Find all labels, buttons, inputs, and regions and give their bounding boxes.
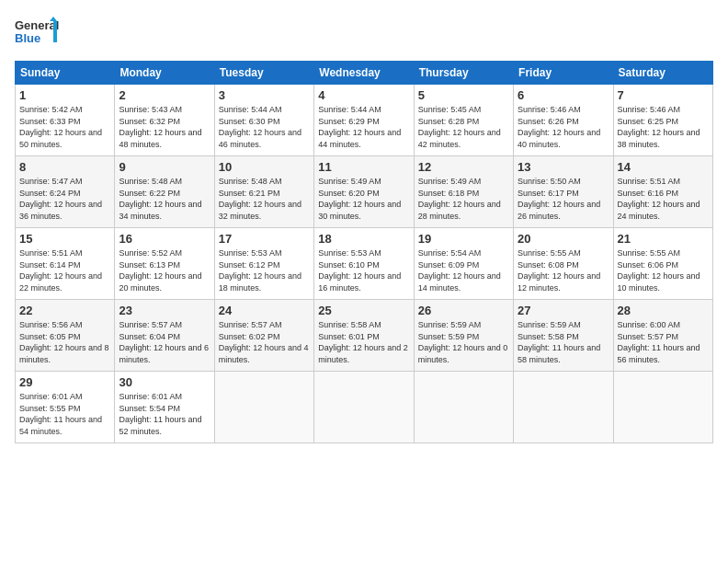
cell-info: Sunrise: 6:01 AMSunset: 5:55 PMDaylight:…: [19, 391, 110, 437]
day-number: 8: [19, 160, 110, 174]
header: General Blue: [15, 15, 713, 52]
calendar-cell: 28Sunrise: 6:00 AMSunset: 5:57 PMDayligh…: [613, 300, 712, 372]
day-number: 18: [318, 232, 409, 246]
logo: General Blue: [15, 15, 61, 52]
calendar-cell: 23Sunrise: 5:57 AMSunset: 6:04 PMDayligh…: [115, 300, 214, 372]
calendar-cell: 9Sunrise: 5:48 AMSunset: 6:22 PMDaylight…: [115, 156, 214, 228]
cell-info: Sunrise: 5:46 AMSunset: 6:25 PMDaylight:…: [618, 104, 709, 150]
day-number: 2: [119, 88, 210, 102]
cell-info: Sunrise: 5:56 AMSunset: 6:05 PMDaylight:…: [19, 319, 110, 365]
calendar-cell: 5Sunrise: 5:45 AMSunset: 6:28 PMDaylight…: [414, 85, 513, 156]
calendar-cell: [314, 372, 414, 443]
cell-info: Sunrise: 5:46 AMSunset: 6:26 PMDaylight:…: [518, 104, 609, 150]
calendar-cell: 27Sunrise: 5:59 AMSunset: 5:58 PMDayligh…: [514, 300, 613, 372]
calendar-cell: [613, 372, 712, 443]
calendar-cell: 10Sunrise: 5:48 AMSunset: 6:21 PMDayligh…: [214, 156, 313, 228]
day-number: 27: [518, 304, 609, 317]
day-header: Thursday: [414, 62, 513, 85]
day-header: Tuesday: [214, 62, 313, 85]
calendar-cell: 26Sunrise: 5:59 AMSunset: 5:59 PMDayligh…: [414, 300, 513, 372]
calendar-cell: [214, 372, 313, 443]
cell-info: Sunrise: 5:58 AMSunset: 6:01 PMDaylight:…: [318, 319, 409, 365]
day-number: 22: [19, 304, 110, 317]
cell-info: Sunrise: 5:48 AMSunset: 6:22 PMDaylight:…: [119, 176, 210, 222]
day-number: 28: [618, 304, 709, 317]
cell-info: Sunrise: 5:54 AMSunset: 6:09 PMDaylight:…: [418, 247, 509, 293]
day-number: 15: [19, 232, 110, 246]
day-header: Saturday: [613, 62, 712, 85]
day-number: 11: [318, 160, 409, 174]
day-number: 20: [518, 232, 609, 246]
cell-info: Sunrise: 5:44 AMSunset: 6:29 PMDaylight:…: [318, 104, 409, 150]
day-number: 25: [318, 304, 409, 317]
cell-info: Sunrise: 5:55 AMSunset: 6:08 PMDaylight:…: [518, 247, 609, 293]
day-number: 1: [19, 88, 110, 102]
calendar-cell: 19Sunrise: 5:54 AMSunset: 6:09 PMDayligh…: [414, 228, 513, 300]
calendar-cell: 15Sunrise: 5:51 AMSunset: 6:14 PMDayligh…: [16, 228, 115, 300]
cell-info: Sunrise: 6:00 AMSunset: 5:57 PMDaylight:…: [618, 319, 709, 365]
calendar-cell: 12Sunrise: 5:49 AMSunset: 6:18 PMDayligh…: [414, 156, 513, 228]
day-number: 30: [119, 375, 210, 389]
calendar-week-row: 29Sunrise: 6:01 AMSunset: 5:55 PMDayligh…: [16, 372, 713, 443]
calendar-cell: 13Sunrise: 5:50 AMSunset: 6:17 PMDayligh…: [514, 156, 613, 228]
cell-info: Sunrise: 5:51 AMSunset: 6:16 PMDaylight:…: [618, 176, 709, 222]
calendar-cell: 25Sunrise: 5:58 AMSunset: 6:01 PMDayligh…: [314, 300, 414, 372]
calendar-cell: 3Sunrise: 5:44 AMSunset: 6:30 PMDaylight…: [214, 85, 313, 156]
calendar-cell: 14Sunrise: 5:51 AMSunset: 6:16 PMDayligh…: [613, 156, 712, 228]
day-number: 9: [119, 160, 210, 174]
calendar-cell: 7Sunrise: 5:46 AMSunset: 6:25 PMDaylight…: [613, 85, 712, 156]
calendar-cell: 29Sunrise: 6:01 AMSunset: 5:55 PMDayligh…: [16, 372, 115, 443]
day-number: 4: [318, 88, 409, 102]
day-number: 29: [19, 375, 110, 389]
cell-info: Sunrise: 5:47 AMSunset: 6:24 PMDaylight:…: [19, 176, 110, 222]
day-number: 10: [219, 160, 310, 174]
day-header: Sunday: [16, 62, 115, 85]
day-number: 3: [219, 88, 310, 102]
calendar-cell: [414, 372, 513, 443]
cell-info: Sunrise: 5:57 AMSunset: 6:04 PMDaylight:…: [119, 319, 210, 365]
day-number: 5: [418, 88, 509, 102]
calendar-cell: 4Sunrise: 5:44 AMSunset: 6:29 PMDaylight…: [314, 85, 414, 156]
calendar-table: SundayMondayTuesdayWednesdayThursdayFrid…: [15, 61, 713, 443]
cell-info: Sunrise: 5:45 AMSunset: 6:28 PMDaylight:…: [418, 104, 509, 150]
calendar-cell: 1Sunrise: 5:42 AMSunset: 6:33 PMDaylight…: [16, 85, 115, 156]
calendar-cell: 16Sunrise: 5:52 AMSunset: 6:13 PMDayligh…: [115, 228, 214, 300]
cell-info: Sunrise: 5:44 AMSunset: 6:30 PMDaylight:…: [219, 104, 310, 150]
day-number: 12: [418, 160, 509, 174]
calendar-cell: 22Sunrise: 5:56 AMSunset: 6:05 PMDayligh…: [16, 300, 115, 372]
calendar-cell: 30Sunrise: 6:01 AMSunset: 5:54 PMDayligh…: [115, 372, 214, 443]
calendar-cell: [514, 372, 613, 443]
day-number: 14: [618, 160, 709, 174]
cell-info: Sunrise: 5:59 AMSunset: 5:58 PMDaylight:…: [518, 319, 609, 365]
cell-info: Sunrise: 5:57 AMSunset: 6:02 PMDaylight:…: [219, 319, 310, 365]
cell-info: Sunrise: 5:42 AMSunset: 6:33 PMDaylight:…: [19, 104, 110, 150]
day-number: 13: [518, 160, 609, 174]
day-number: 17: [219, 232, 310, 246]
cell-info: Sunrise: 5:51 AMSunset: 6:14 PMDaylight:…: [19, 247, 110, 293]
day-number: 6: [518, 88, 609, 102]
cell-info: Sunrise: 5:49 AMSunset: 6:18 PMDaylight:…: [418, 176, 509, 222]
cell-info: Sunrise: 5:43 AMSunset: 6:32 PMDaylight:…: [119, 104, 210, 150]
svg-text:Blue: Blue: [15, 31, 40, 45]
day-number: 26: [418, 304, 509, 317]
day-header: Wednesday: [314, 62, 414, 85]
day-number: 23: [119, 304, 210, 317]
day-number: 16: [119, 232, 210, 246]
cell-info: Sunrise: 5:53 AMSunset: 6:10 PMDaylight:…: [318, 247, 409, 293]
day-number: 24: [219, 304, 310, 317]
day-number: 21: [618, 232, 709, 246]
day-header: Monday: [115, 62, 214, 85]
calendar-week-row: 22Sunrise: 5:56 AMSunset: 6:05 PMDayligh…: [16, 300, 713, 372]
calendar-week-row: 8Sunrise: 5:47 AMSunset: 6:24 PMDaylight…: [16, 156, 713, 228]
day-number: 7: [618, 88, 709, 102]
calendar-cell: 17Sunrise: 5:53 AMSunset: 6:12 PMDayligh…: [214, 228, 313, 300]
calendar-container: General Blue SundayMondayTuesdayWednesda…: [0, 0, 728, 451]
calendar-cell: 11Sunrise: 5:49 AMSunset: 6:20 PMDayligh…: [314, 156, 414, 228]
calendar-cell: 2Sunrise: 5:43 AMSunset: 6:32 PMDaylight…: [115, 85, 214, 156]
header-row: SundayMondayTuesdayWednesdayThursdayFrid…: [16, 62, 713, 85]
day-number: 19: [418, 232, 509, 246]
logo-svg: General Blue: [15, 15, 61, 52]
calendar-week-row: 15Sunrise: 5:51 AMSunset: 6:14 PMDayligh…: [16, 228, 713, 300]
calendar-cell: 18Sunrise: 5:53 AMSunset: 6:10 PMDayligh…: [314, 228, 414, 300]
calendar-week-row: 1Sunrise: 5:42 AMSunset: 6:33 PMDaylight…: [16, 85, 713, 156]
